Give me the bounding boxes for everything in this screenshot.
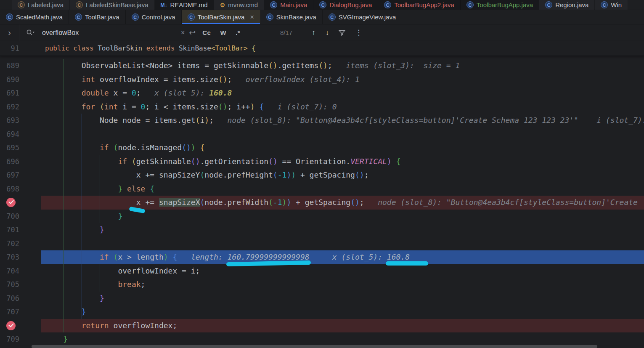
code-text[interactable]: ObservableList<Node> items = getSkinnabl… [41, 59, 644, 73]
gutter[interactable]: 709 [0, 332, 41, 346]
editor-tab[interactable]: CDialogBug.java [313, 0, 378, 10]
editor-tab[interactable]: CToolbarBugApp.java [461, 0, 539, 10]
gutter[interactable]: 700 [0, 210, 41, 223]
editor-tab[interactable]: CLabeledSkinBase.java [70, 0, 154, 10]
line-number: 694 [0, 128, 19, 141]
editor-tab[interactable]: CLabeled.java [12, 0, 70, 10]
code-text[interactable]: Node node = items.get(i); node (slot_8):… [41, 114, 644, 128]
next-occurrence-button[interactable]: ↓ [321, 29, 334, 37]
class-icon: C [270, 1, 277, 8]
gutter[interactable]: 689 [0, 59, 41, 73]
sticky-header-line[interactable]: 91public class ToolBarSkin extends SkinB… [0, 41, 644, 56]
gutter[interactable]: 697 [0, 168, 41, 182]
search-field[interactable]: overflowBox × ↩ Cc W .* [19, 28, 255, 37]
gutter[interactable]: 695 [0, 141, 41, 155]
code-text[interactable]: if (getSkinnable().getOrientation() == O… [41, 155, 644, 169]
gutter[interactable]: 706 [0, 292, 41, 305]
line-number: 706 [0, 292, 19, 305]
editor-tab[interactable]: CToolbarBugApp2.java [378, 0, 461, 10]
editor-tab[interactable]: ⚙mvnw.cmd [214, 0, 264, 10]
code-token [392, 157, 396, 166]
code-token: ( [196, 116, 200, 125]
gutter[interactable] [0, 56, 41, 59]
code-text[interactable]: x += snapSizeX(node.prefWidth(-1)) + get… [41, 196, 644, 210]
code-text[interactable]: } else { [41, 182, 644, 196]
tab-label: SVGImageView.java [339, 13, 396, 21]
editor-tab[interactable]: CWin [595, 0, 628, 10]
code-token: ; [228, 75, 232, 84]
gutter[interactable]: 692 [0, 100, 41, 114]
code-text[interactable]: } [41, 332, 644, 346]
code-line: double length = getSkinnable().getWidth(… [0, 56, 644, 59]
whole-words-button[interactable]: W [217, 29, 229, 36]
code-text[interactable]: double x = 0; x (slot_5): 160.8 [41, 86, 644, 100]
class-icon: C [76, 1, 83, 8]
code-token: if [100, 252, 109, 261]
code-editor[interactable]: 689ObservableList<Node> items = getSkinn… [0, 59, 644, 346]
breakpoint-icon[interactable] [6, 321, 16, 330]
code-text[interactable]: return overflowIndex; [41, 319, 644, 333]
code-token: () [350, 198, 360, 207]
editor-tab[interactable]: CMain.java [264, 0, 313, 10]
editor-tab[interactable]: CSkinBase.java [260, 10, 323, 24]
gutter[interactable]: 696 [0, 155, 41, 169]
code-token: -1 [273, 198, 282, 207]
code-text[interactable]: if (x > length) { length: 160.7999999999… [41, 250, 644, 264]
code-text[interactable]: x += snapSizeY(node.prefHeight(-1)) + ge… [41, 168, 644, 182]
line-number: 696 [0, 155, 19, 169]
code-text[interactable]: } [41, 305, 644, 319]
gutter[interactable]: 690 [0, 73, 41, 87]
more-options-icon[interactable]: ⋮ [350, 28, 367, 37]
tab-label: ScaledMath.java [16, 13, 63, 21]
regex-button[interactable]: .* [233, 29, 243, 36]
clear-search-icon[interactable]: × [181, 29, 185, 37]
gutter[interactable]: 703 [0, 250, 41, 264]
gutter[interactable]: 691 [0, 86, 41, 100]
editor-tab[interactable]: CSVGImageView.java [323, 10, 402, 24]
previous-occurrence-button[interactable]: ↑ [307, 29, 321, 37]
search-input[interactable]: overflowBox [42, 29, 177, 37]
marker-annotation: 160.8 [387, 252, 410, 261]
editor-tab[interactable]: CScaledMath.java [0, 10, 69, 24]
gutter[interactable] [0, 319, 41, 333]
breakpoint-icon[interactable] [6, 198, 16, 207]
code-text[interactable]: double length = getSkinnable().getWidth(… [41, 56, 644, 59]
code-text[interactable]: break; [41, 278, 644, 292]
editor-tab[interactable]: M↓README.md [155, 0, 214, 10]
newline-icon[interactable]: ↩ [189, 28, 196, 37]
code-text[interactable]: public class ToolBarSkin extends SkinBas… [41, 41, 644, 56]
code-text[interactable]: if (node.isManaged()) { [41, 141, 644, 155]
gutter[interactable] [0, 196, 41, 210]
gutter[interactable]: 707 [0, 305, 41, 319]
code-token: { [172, 252, 177, 261]
code-text[interactable]: } [41, 292, 644, 305]
match-case-button[interactable]: Cc [200, 29, 213, 36]
class-icon: C [6, 13, 13, 21]
editor-tab[interactable]: CToolBar.java [69, 10, 126, 24]
gutter[interactable]: 693 [0, 114, 41, 128]
editor-tab[interactable]: CToolBarSkin.java× [182, 10, 260, 24]
gutter[interactable]: 91 [0, 41, 41, 56]
line-number: 700 [0, 210, 19, 223]
expand-search-chevron-icon[interactable]: › [0, 24, 19, 41]
code-text[interactable] [41, 237, 644, 251]
code-text[interactable]: int overflowIndex = items.size(); overfl… [41, 73, 644, 87]
gutter[interactable]: 698 [0, 182, 41, 196]
gutter[interactable]: 701 [0, 223, 41, 237]
code-text[interactable]: } [41, 210, 644, 223]
editor-tab[interactable]: CRegion.java [539, 0, 595, 10]
code-token: ; [209, 116, 214, 125]
code-text[interactable]: overflowIndex = i; [41, 264, 644, 278]
horizontal-scrollbar-thumb[interactable] [32, 345, 597, 348]
gutter[interactable]: 704 [0, 264, 41, 278]
gutter[interactable]: 705 [0, 278, 41, 292]
code-text[interactable] [41, 128, 644, 141]
filter-icon[interactable] [338, 29, 346, 37]
close-icon[interactable]: × [250, 13, 254, 21]
gutter[interactable]: 702 [0, 237, 41, 251]
code-text[interactable]: for (int i = 0; i < items.size(); i++) {… [41, 100, 644, 114]
editor-tab[interactable]: CControl.java [126, 10, 182, 24]
code-text[interactable]: } [41, 223, 644, 237]
gutter[interactable]: 694 [0, 128, 41, 141]
search-icon[interactable] [26, 29, 35, 36]
